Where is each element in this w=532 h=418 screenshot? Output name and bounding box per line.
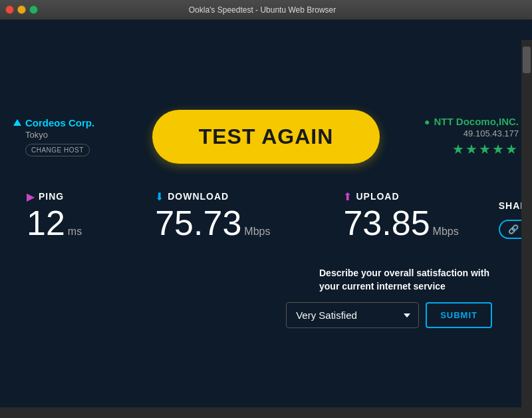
scrollbar-thumb[interactable] xyxy=(523,47,531,73)
host-icon xyxy=(13,119,21,126)
upload-value-row: 73.85 Mbps xyxy=(343,206,458,240)
minimize-button[interactable] xyxy=(17,5,26,14)
bottom-scrollbar[interactable] xyxy=(0,407,521,418)
upload-icon: ⬆ xyxy=(343,190,352,203)
ping-value: 12 xyxy=(27,206,65,240)
upload-value: 73.85 xyxy=(343,206,430,240)
ping-block: ▶ PING 12 ms xyxy=(27,190,82,240)
maximize-button[interactable] xyxy=(29,5,38,14)
upload-label: UPLOAD xyxy=(356,191,399,202)
isp-icon: ● xyxy=(424,116,430,127)
top-row: Cordeos Corp. Tokyo CHANGE HOST TEST AGA… xyxy=(13,110,519,164)
host-name: Cordeos Corp. xyxy=(13,117,94,128)
download-unit: Mbps xyxy=(244,226,270,238)
upload-label-row: ⬆ UPLOAD xyxy=(343,190,458,203)
host-city: Tokyo xyxy=(25,130,48,140)
satisfaction-section: Describe your overall satisfaction with … xyxy=(13,267,519,328)
satisfaction-controls: Very Satisfied Satisfied Neutral Dissati… xyxy=(286,302,492,328)
test-again-button[interactable]: TEST AGAIN xyxy=(152,110,380,164)
ping-label-row: ▶ PING xyxy=(27,190,82,203)
host-right: ● NTT Docomo,INC. 49.105.43.177 ★★★★★ xyxy=(399,116,519,157)
upload-block: ⬆ UPLOAD 73.85 Mbps xyxy=(343,190,458,240)
ping-label: PING xyxy=(39,191,64,202)
isp-ip: 49.105.43.177 xyxy=(464,128,519,138)
ping-unit: ms xyxy=(68,226,82,238)
scrollbar[interactable] xyxy=(521,40,532,418)
window-controls xyxy=(5,5,38,14)
close-button[interactable] xyxy=(5,5,14,14)
isp-stars: ★★★★★ xyxy=(452,141,519,157)
host-name-text: Cordeos Corp. xyxy=(25,117,94,128)
change-host-button[interactable]: CHANGE HOST xyxy=(25,144,90,156)
host-left: Cordeos Corp. Tokyo CHANGE HOST xyxy=(13,117,133,156)
satisfaction-select[interactable]: Very Satisfied Satisfied Neutral Dissati… xyxy=(286,302,419,328)
stats-share-row: ▶ PING 12 ms ⬇ DOWNLOAD 75.73 xyxy=(13,190,519,240)
download-icon: ⬇ xyxy=(155,190,164,203)
isp-name: ● NTT Docomo,INC. xyxy=(424,116,519,127)
titlebar: Ookla's Speedtest - Ubuntu Web Browser xyxy=(0,0,532,20)
download-block: ⬇ DOWNLOAD 75.73 Mbps xyxy=(155,190,270,240)
download-value-row: 75.73 Mbps xyxy=(155,206,270,240)
download-value: 75.73 xyxy=(155,206,241,240)
stats-left: ▶ PING 12 ms ⬇ DOWNLOAD 75.73 xyxy=(27,190,499,240)
isp-name-text: NTT Docomo,INC. xyxy=(434,116,519,127)
ping-value-row: 12 ms xyxy=(27,206,82,240)
satisfaction-question: Describe your overall satisfaction with … xyxy=(319,267,492,293)
ping-icon: ▶ xyxy=(27,190,35,203)
speedtest-container: Cordeos Corp. Tokyo CHANGE HOST TEST AGA… xyxy=(13,110,519,328)
window-title: Ookla's Speedtest - Ubuntu Web Browser xyxy=(45,5,480,15)
submit-button[interactable]: SUBMIT xyxy=(426,302,492,328)
browser-content: Cordeos Corp. Tokyo CHANGE HOST TEST AGA… xyxy=(0,20,532,418)
link-icon: 🔗 xyxy=(508,224,519,234)
download-label-row: ⬇ DOWNLOAD xyxy=(155,190,270,203)
download-label: DOWNLOAD xyxy=(168,191,229,202)
upload-unit: Mbps xyxy=(433,226,459,238)
